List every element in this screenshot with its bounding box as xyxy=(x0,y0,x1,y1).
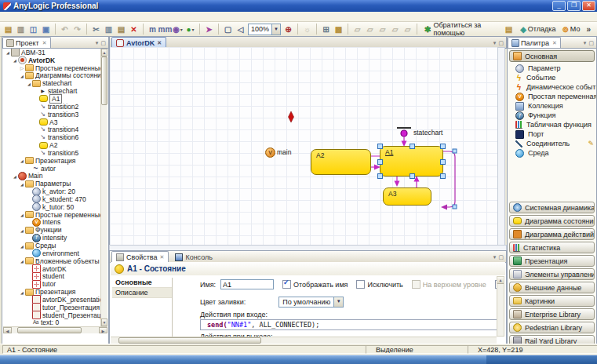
selection-handle[interactable] xyxy=(377,159,383,165)
palette-item[interactable]: Динамическое событие xyxy=(508,82,596,92)
minimize-button[interactable]: _ xyxy=(552,1,566,11)
tree-item[interactable]: Параметры xyxy=(3,180,101,187)
palette-section[interactable]: Системная динамика xyxy=(509,202,595,213)
project-vertical-scrollbar[interactable]: ▲ ▼ xyxy=(100,49,107,326)
zoom-area-button[interactable]: ▢ xyxy=(222,24,234,35)
panel-maximize-icon[interactable]: ▢ xyxy=(588,39,594,46)
start-time-marker[interactable] xyxy=(289,111,294,122)
palette-item[interactable]: Табличная функция xyxy=(508,120,596,129)
checkbox-box-icon[interactable] xyxy=(412,280,420,289)
expand-icon[interactable] xyxy=(19,180,25,188)
selection-handle[interactable] xyxy=(440,159,446,165)
properties-vertical-scrollbar[interactable]: ▲ xyxy=(497,276,504,337)
palette-section[interactable]: Диаграмма состояний xyxy=(509,215,595,227)
maximize-button[interactable]: ❐ xyxy=(567,1,581,11)
window-tool-button-2[interactable]: ▱ xyxy=(364,24,376,35)
close-icon[interactable]: ✕ xyxy=(42,40,47,46)
state-node[interactable]: A1 xyxy=(380,146,443,177)
panel-minimize-icon[interactable]: ▾ xyxy=(493,253,497,260)
palette-item[interactable]: Порт xyxy=(508,129,596,139)
palette-item[interactable]: Функция xyxy=(508,111,596,120)
save-all-button[interactable]: ▣ xyxy=(40,24,52,35)
tree-item[interactable]: student_Презентация xyxy=(3,311,101,319)
tree-item[interactable]: Main xyxy=(3,173,101,180)
project-horizontal-scrollbar[interactable]: ◀ ▶ xyxy=(3,326,107,333)
tree-item[interactable]: Простые переменные xyxy=(3,211,101,219)
checkbox[interactable]: Отображать имя xyxy=(282,280,348,289)
open-perspective-button[interactable]: ▤ xyxy=(503,24,516,35)
diagram-canvas[interactable]: V main statechart A2 xyxy=(109,47,500,245)
close-icon[interactable]: ✕ xyxy=(552,40,557,46)
scroll-up-icon[interactable]: ▲ xyxy=(101,49,107,56)
tree-item[interactable]: Функции xyxy=(3,226,101,234)
selection-handle[interactable] xyxy=(377,144,383,149)
palette-item[interactable]: Коллекция xyxy=(508,101,596,111)
tree-item[interactable]: text: 0 xyxy=(3,319,101,326)
expand-icon[interactable] xyxy=(19,288,25,297)
tab-console[interactable]: Консоль xyxy=(170,251,217,262)
window-tool-button-3[interactable]: ▱ xyxy=(377,24,388,35)
grid-button[interactable]: ⊞ xyxy=(320,24,332,35)
build-button[interactable]: m xyxy=(147,24,158,35)
panel-minimize-icon[interactable]: ▾ xyxy=(96,39,99,46)
tree-item[interactable]: A2 xyxy=(3,141,101,149)
tree-item[interactable]: Вложенные объекты xyxy=(3,257,101,265)
combo-dropdown-icon[interactable]: ▼ xyxy=(333,297,343,307)
expand-icon[interactable] xyxy=(12,172,18,180)
delete-button[interactable]: ✕ xyxy=(128,24,140,35)
scroll-left-icon[interactable]: ◀ xyxy=(3,327,12,333)
expand-icon[interactable] xyxy=(19,210,25,219)
tree-item[interactable]: tutor xyxy=(3,280,101,288)
main-agent-icon[interactable]: V xyxy=(265,147,275,158)
tree-item[interactable]: k_tutor: 50 xyxy=(3,203,101,211)
toolbar-button[interactable] xyxy=(316,24,317,35)
palette-section[interactable]: Enterprise Library xyxy=(509,308,595,320)
palette-item[interactable]: Соединитель xyxy=(508,139,596,148)
palette-section[interactable]: Диаграмма действий xyxy=(509,228,595,240)
expand-icon[interactable] xyxy=(26,79,32,88)
presentation-button[interactable]: ➤ xyxy=(203,24,215,35)
window-tool-button-5[interactable]: ▱ xyxy=(402,24,413,35)
toolbar-button[interactable] xyxy=(297,24,298,35)
palette-section[interactable]: Статистика xyxy=(509,242,595,253)
selection-handle[interactable] xyxy=(440,173,446,179)
undo-button[interactable]: ↶ xyxy=(59,24,71,35)
checkbox[interactable]: На верхнем уровне xyxy=(412,280,486,289)
panel-maximize-icon[interactable]: ▢ xyxy=(100,39,106,46)
expand-icon[interactable] xyxy=(19,71,25,80)
close-icon[interactable]: ✕ xyxy=(157,40,162,46)
tree-item[interactable]: environment xyxy=(3,249,101,257)
toolbar-button[interactable] xyxy=(143,24,144,35)
tab-properties[interactable]: Свойства ✕ xyxy=(111,251,169,262)
tree-item[interactable]: transition4 xyxy=(3,126,101,133)
window-tool-button-1[interactable]: ▱ xyxy=(351,24,363,35)
tree-item[interactable]: AvtorDK xyxy=(3,56,101,64)
tab-avtordk-editor[interactable]: AvtorDK ✕ xyxy=(111,37,166,48)
tree-item[interactable]: transition6 xyxy=(3,133,101,141)
palette-item[interactable]: Среда xyxy=(508,148,596,158)
model-perspective-button[interactable]: ⊚Мо xyxy=(559,24,582,35)
tree-item[interactable]: A3 xyxy=(3,118,101,126)
palette-section[interactable]: Внешние данные xyxy=(509,282,595,293)
palette-section[interactable]: Презентация xyxy=(509,255,595,267)
help-button[interactable]: ✱ Обратиться за помощью xyxy=(420,24,502,35)
tree-item[interactable]: intensity xyxy=(3,234,101,242)
tree-item[interactable]: transition2 xyxy=(3,103,101,111)
tree-item[interactable]: k_student: 470 xyxy=(3,195,101,203)
palette-toggle-button[interactable]: ▩ xyxy=(333,24,344,35)
expand-icon[interactable] xyxy=(5,49,11,56)
toolbar-button[interactable] xyxy=(199,24,200,35)
name-input[interactable] xyxy=(220,279,274,289)
palette-section[interactable]: Элементы управления xyxy=(509,268,595,280)
zoom-dropdown-icon[interactable]: ▼ xyxy=(271,24,280,35)
expand-icon[interactable] xyxy=(19,226,25,235)
run-config-button[interactable]: ◉ xyxy=(172,24,184,35)
export-button[interactable]: ▥ xyxy=(15,24,27,35)
tree-item[interactable]: Intens xyxy=(3,219,101,227)
state-node[interactable]: A2 xyxy=(311,149,371,175)
palette-item[interactable]: Параметр xyxy=(508,64,596,73)
tree-item[interactable]: transition3 xyxy=(3,111,101,118)
run-button[interactable]: ● xyxy=(184,24,196,35)
selection-handle[interactable] xyxy=(410,173,415,179)
transition-a1-a3[interactable] xyxy=(395,175,400,187)
